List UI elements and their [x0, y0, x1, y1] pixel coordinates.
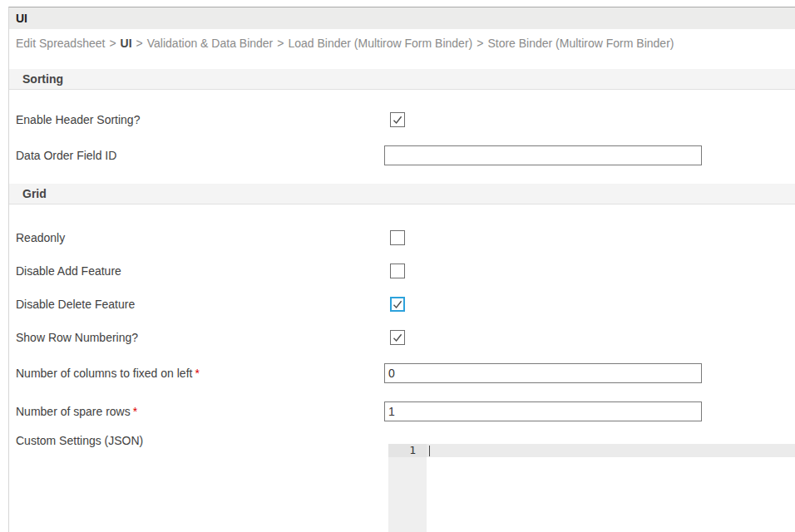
breadcrumb-item-store-binder[interactable]: Store Binder (Multirow Form Binder) — [487, 37, 674, 50]
field-label-show-row-numbering: Show Row Numbering? — [9, 331, 382, 344]
editor-line-number: 1 — [388, 444, 427, 457]
page-title: UI — [9, 7, 795, 29]
form-row-show-row-numbering: Show Row Numbering? — [9, 321, 795, 354]
field-label-readonly: Readonly — [9, 231, 382, 244]
form-row-disable-delete-feature: Disable Delete Feature — [9, 288, 795, 321]
checkmark-icon — [393, 299, 402, 309]
editor-active-line — [427, 444, 795, 457]
breadcrumb-item-ui[interactable]: UI — [121, 37, 132, 50]
editor-content-area[interactable] — [427, 444, 795, 532]
form-row-readonly: Readonly — [9, 221, 795, 254]
breadcrumb-item-validation-data-binder[interactable]: Validation & Data Binder — [147, 37, 274, 50]
field-label-text: Number of columns to fixed on left — [16, 367, 192, 380]
custom-settings-json-editor[interactable]: 1 — [388, 444, 795, 532]
field-label-text: Number of spare rows — [16, 405, 131, 418]
breadcrumb-item-edit-spreadsheet[interactable]: Edit Spreadsheet — [16, 37, 105, 50]
form-row-custom-settings: Custom Settings (JSON) 1 — [9, 431, 795, 532]
checkmark-icon — [393, 332, 402, 342]
required-marker: * — [195, 367, 199, 380]
editor-line-number-gutter: 1 — [388, 444, 427, 532]
disable-add-feature-checkbox[interactable] — [390, 264, 405, 278]
field-label-disable-add-feature: Disable Add Feature — [9, 264, 382, 278]
breadcrumb-separator: > — [109, 37, 116, 50]
breadcrumb-separator: > — [136, 37, 143, 50]
breadcrumb-item-load-binder[interactable]: Load Binder (Multirow Form Binder) — [288, 37, 472, 50]
disable-delete-feature-checkbox[interactable] — [390, 297, 405, 312]
text-cursor — [429, 446, 430, 456]
spare-rows-input[interactable] — [384, 401, 702, 421]
form-row-spare-rows: Number of spare rows* — [9, 392, 795, 431]
field-label-disable-delete-feature: Disable Delete Feature — [9, 298, 382, 311]
breadcrumb-separator: > — [477, 37, 483, 50]
enable-header-sorting-checkbox[interactable] — [390, 112, 405, 127]
field-label-custom-settings: Custom Settings (JSON) — [9, 431, 382, 447]
form-row-fixed-columns: Number of columns to fixed on left* — [9, 354, 795, 392]
form-row-disable-add-feature: Disable Add Feature — [9, 254, 795, 288]
breadcrumb-separator: > — [277, 37, 284, 50]
sorting-rows: Enable Header Sorting? Data Order Field … — [9, 103, 795, 175]
field-label-spare-rows: Number of spare rows* — [9, 405, 382, 418]
section-header-sorting: Sorting — [9, 69, 795, 90]
breadcrumb: Edit Spreadsheet>UI>Validation & Data Bi… — [9, 29, 795, 51]
field-label-fixed-columns: Number of columns to fixed on left* — [9, 367, 382, 380]
section-header-grid: Grid — [9, 184, 795, 204]
field-label-data-order-field-id: Data Order Field ID — [9, 149, 382, 162]
checkmark-icon — [393, 115, 402, 125]
data-order-field-id-input[interactable] — [384, 145, 702, 165]
show-row-numbering-checkbox[interactable] — [390, 330, 405, 345]
fixed-columns-input[interactable] — [384, 363, 702, 383]
form-row-data-order-field-id: Data Order Field ID — [9, 136, 795, 175]
form-row-enable-header-sorting: Enable Header Sorting? — [9, 103, 795, 136]
settings-panel: UI Edit Spreadsheet>UI>Validation & Data… — [8, 7, 795, 532]
grid-rows: Readonly Disable Add Feature Disable Del… — [9, 221, 795, 532]
readonly-checkbox[interactable] — [390, 230, 405, 245]
field-label-enable-header-sorting: Enable Header Sorting? — [9, 113, 382, 126]
required-marker: * — [133, 405, 137, 418]
